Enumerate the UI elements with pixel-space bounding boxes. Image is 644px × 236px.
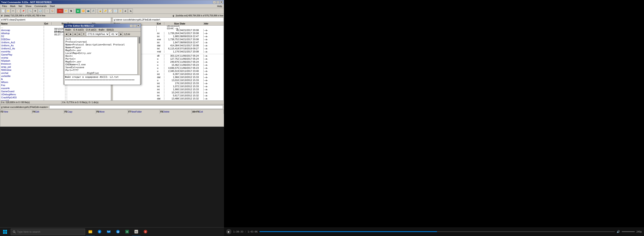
toolbar-btn-7[interactable]: ⚙ <box>33 8 38 13</box>
taskbar-app-edge[interactable]: e <box>95 228 104 236</box>
list-item[interactable]: UDebugMenu <box>0 93 111 96</box>
l2-editor-line[interactable]: [L2] <box>65 37 137 40</box>
fkey-f7[interactable]: F7NewFolder <box>128 110 160 114</box>
l2-btn-4[interactable]: ⏭ <box>78 32 82 36</box>
taskbar-app-excel[interactable]: X <box>123 228 132 236</box>
tc-maximize-button[interactable]: □ <box>216 1 220 4</box>
list-item[interactable]: int 10,243 10/13/2012 15:33 --a- <box>113 91 224 94</box>
l2-maximize-btn[interactable]: □ <box>133 24 136 27</box>
menu-start[interactable]: Start <box>48 4 56 8</box>
toolbar-btn-10[interactable]: 🏠 <box>50 8 55 13</box>
toolbar-btn-17[interactable]: 🎵 <box>91 8 96 13</box>
toolbar-btn-8[interactable]: 🔄 <box>38 8 43 13</box>
right-path-bar[interactable]: g:\steve cuccolki\decrypt\L2FileEdit-mas… <box>113 18 224 22</box>
l2-combo-num[interactable]: 413 <box>110 32 118 36</box>
toolbar-btn-14[interactable]: ▶ <box>76 8 80 13</box>
l2-menu-file[interactable]: Файл <box>64 28 72 31</box>
list-item[interactable]: msm#4r <box>0 87 111 90</box>
toolbar-btn-2[interactable]: 📁 <box>6 8 10 13</box>
l2-editor-line[interactable]: MapExt=.unr <box>65 60 137 63</box>
toolbar-btn-23[interactable]: 🖨 <box>123 8 128 13</box>
l2-editor-line[interactable]: EXEName=r2.exe <box>65 63 137 66</box>
list-item[interactable]: GameGuard <box>0 90 111 93</box>
toolbar-btn-6[interactable]: 🔍 <box>28 8 32 13</box>
menu-files[interactable]: Files <box>1 4 8 8</box>
fkey-f4[interactable]: F4Edit <box>32 110 64 114</box>
list-item[interactable]: CrashRpt1403 <box>0 96 111 99</box>
media-play-button[interactable]: ▶ <box>226 229 232 234</box>
menu-net[interactable]: Net <box>17 4 24 8</box>
l2-btn-load[interactable]: ▶ <box>119 32 123 36</box>
fkey-altf4[interactable]: Alt+F4Exit <box>192 110 224 114</box>
l2-menu-file2[interactable]: Файл <box>98 28 105 31</box>
toolbar-btn-18[interactable]: 🔒 <box>98 8 102 13</box>
toolbar-btn-19[interactable]: 🔑 <box>103 8 108 13</box>
taskbar-app-photos[interactable]: 🖼 <box>114 228 122 236</box>
l2-btn-3[interactable]: ⏮ <box>73 32 77 36</box>
fkey-f6[interactable]: F6Move <box>96 110 128 114</box>
toolbar-btn-24[interactable]: 🔌 <box>128 8 133 13</box>
tc-close-button[interactable]: ✕ <box>220 1 223 4</box>
toolbar-btn-22[interactable]: ⚡ <box>118 8 123 13</box>
menu-help[interactable]: Help <box>216 4 223 8</box>
left-path-bar[interactable]: d:\NFS cleanZ\system\ <box>0 18 111 22</box>
fkey-f8[interactable]: F8Delete <box>160 110 192 114</box>
l2-btn-1[interactable]: ◀ <box>64 32 68 36</box>
l2-editor-line[interactable]: MapExt=.unr <box>65 49 137 52</box>
toolbar-btn-13[interactable]: 🗜 <box>69 8 74 13</box>
l2-btn-5[interactable]: ▼ <box>82 32 86 36</box>
list-item[interactable]: dat 13,488 10/13/2012 15:32 --a- <box>113 97 224 100</box>
l2-minimize-btn[interactable]: ─ <box>130 24 133 27</box>
tc-minimize-button[interactable]: ─ <box>213 1 216 4</box>
l2-menu-edit[interactable]: О А Ы(О) <box>72 28 85 31</box>
list-item[interactable]: int 1,072 10/13/2012 15:33 --a- <box>113 85 224 88</box>
toolbar-btn-9[interactable]: ↑ <box>45 8 50 13</box>
start-button[interactable] <box>0 228 10 236</box>
media-volume-icon[interactable]: 🔊 <box>617 230 620 233</box>
l2-editor-line[interactable]: Name=Player <box>65 46 137 49</box>
l2-editor-line[interactable]: Protocol=unreal <box>65 40 137 43</box>
toolbar-btn-15[interactable]: ⏩ <box>81 8 86 13</box>
taskbar-app-explorer[interactable] <box>86 228 95 236</box>
toolbar-btn-20[interactable]: 📝 <box>108 8 113 13</box>
fkey-f3[interactable]: F3View <box>0 110 32 114</box>
l2-editor-line[interactable]: Host= <box>65 55 137 57</box>
media-progress-bar[interactable] <box>260 231 615 232</box>
l2-editor-line[interactable]: Name=Protocol Description=Unreal Protoco… <box>65 43 137 46</box>
toolbar-btn-1[interactable]: 📄 <box>1 8 6 13</box>
taskbar-app-red[interactable]: ● <box>141 228 150 236</box>
l2-menu-extra[interactable]: Б00(2) <box>106 28 114 31</box>
toolbar-btn-4[interactable]: 📋 <box>16 8 20 13</box>
media-volume-bar[interactable] <box>622 231 635 232</box>
list-item[interactable]: ini 5,617 10/13/2012 15:32 --a- <box>113 94 224 97</box>
l2-close-btn[interactable]: ✕ <box>137 24 140 27</box>
l2-editor-line[interactable]: LocalMap=Entry.unr <box>65 52 137 55</box>
l2-editor-line[interactable]: Portal= <box>65 57 137 60</box>
toolbar-btn-16[interactable]: 📺 <box>86 8 90 13</box>
menu-mark[interactable]: Mark <box>9 4 16 8</box>
menu-show[interactable]: Show <box>24 4 33 8</box>
taskbar-search-bar[interactable] <box>11 229 85 235</box>
taskbar-app-tc[interactable]: TC <box>132 228 141 236</box>
list-item[interactable]: int 1,900 10/13/2012 15:33 --a- <box>113 88 224 91</box>
l2-btn-2[interactable]: ▶ <box>69 32 72 36</box>
l2-editor-line[interactable]: ---------------HighFive <box>65 72 137 74</box>
toolbar-btn-21[interactable]: 📧 <box>113 8 118 13</box>
l2-editor-line[interactable]: SaveExt=usave <box>65 66 137 69</box>
l2-editor-line[interactable]: Port=7777 <box>65 69 137 72</box>
fkey-f5[interactable]: F5Copy <box>64 110 96 114</box>
cmd-input[interactable] <box>49 105 223 109</box>
l2-scrollbar[interactable] <box>138 36 141 75</box>
l2-combo-type[interactable]: CT2.6::HighFive <box>86 32 110 36</box>
toolbar-btn-12[interactable]: 📂 <box>64 8 68 13</box>
toolbar-btn-3[interactable]: ✂ <box>11 8 16 13</box>
l2-menu-view[interactable]: О А Ы(О) <box>85 28 97 31</box>
list-item[interactable]: msm#4 <box>0 99 111 100</box>
drive-btn-g[interactable]: g <box>172 14 174 17</box>
l2-editor-pane[interactable]: [L2]Protocol=unrealName=Protocol Descrip… <box>64 37 138 74</box>
toolbar-btn-5[interactable]: 📌 <box>21 8 26 13</box>
drive-btn-d[interactable]: d <box>1 14 3 17</box>
toolbar-btn-11[interactable]: 🔴L <box>57 8 64 13</box>
menu-commands[interactable]: Commands <box>33 4 48 8</box>
taskbar-search-input[interactable] <box>17 230 83 233</box>
